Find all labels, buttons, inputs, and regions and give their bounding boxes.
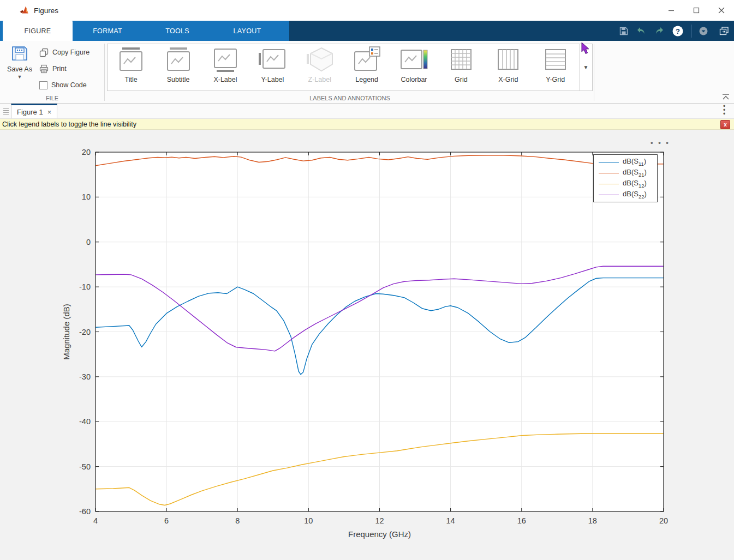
copy-figure-button[interactable]: Copy Figure (39, 44, 89, 61)
svg-text:Magnitude (dB): Magnitude (dB) (62, 304, 71, 360)
quick-access-toolbar: ? (619, 21, 730, 41)
figure-tab-label: Figure 1 (17, 108, 43, 116)
y-grid-icon (539, 46, 572, 75)
close-button[interactable] (709, 0, 734, 21)
gallery-item-subtitle[interactable]: Subtitle (154, 44, 201, 91)
window-title: Figures (34, 7, 58, 15)
svg-text:-60: -60 (79, 507, 91, 516)
help-icon[interactable]: ? (672, 25, 684, 37)
print-button[interactable]: Print (39, 61, 89, 77)
plot-legend[interactable]: dB(S11)dB(S21)dB(S12)dB(S22) (593, 154, 658, 202)
svg-text:-40: -40 (79, 417, 91, 426)
gallery-item-x-grid[interactable]: X-Grid (485, 44, 532, 91)
svg-text:10: 10 (82, 192, 91, 201)
save-as-label: Save As (5, 65, 34, 73)
legend-line-sample (599, 173, 619, 173)
banner-close-button[interactable]: x (720, 120, 730, 129)
svg-text:20: 20 (82, 148, 91, 156)
minimize-button[interactable] (659, 0, 684, 21)
save-as-icon (11, 45, 28, 62)
show-code-checkbox-box[interactable] (39, 81, 47, 89)
legend-entry-dbs22[interactable]: dB(S22) (594, 189, 657, 200)
maximize-button[interactable] (684, 0, 709, 21)
legend-line-sample (599, 184, 619, 184)
grid-icon (445, 46, 478, 75)
legend-line-sample (599, 162, 619, 162)
banner-message: Click legend labels to toggle the line v… (2, 121, 136, 128)
save-as-caret-icon: ▼ (5, 74, 34, 80)
print-icon (39, 64, 49, 74)
show-code-checkbox[interactable]: Show Code (39, 77, 89, 93)
dropdown-icon[interactable] (699, 26, 708, 36)
legend-line-sample (599, 195, 619, 195)
tab-figure[interactable]: FIGURE (3, 21, 73, 41)
title-icon (115, 46, 147, 75)
svg-text:-50: -50 (79, 462, 91, 471)
gallery-item-grid[interactable]: Grid (438, 44, 485, 91)
legend-entry-dbs12[interactable]: dB(S12) (594, 178, 657, 189)
svg-text:14: 14 (446, 516, 455, 525)
svg-text:Frequency (GHz): Frequency (GHz) (348, 529, 411, 539)
tab-bar-grip[interactable] (3, 106, 11, 116)
undo-icon[interactable] (636, 26, 647, 36)
y-label-icon (256, 46, 289, 75)
labels-annotations-gallery: Title Subtitle X-Label Y-Label Z-Label L… (107, 44, 580, 91)
labels-annotations-section-label: LABELS AND ANNOTATIONS (107, 95, 593, 101)
z-label-icon (303, 46, 336, 75)
svg-text:10: 10 (304, 516, 313, 525)
gallery-item-z-label: Z-Label (296, 44, 343, 91)
notification-banner: Click legend labels to toggle the line v… (0, 119, 734, 130)
gallery-item-x-label[interactable]: X-Label (202, 44, 249, 91)
svg-text:16: 16 (517, 516, 526, 525)
gallery-item-y-grid[interactable]: Y-Grid (532, 44, 579, 91)
tab-layout[interactable]: LAYOUT (212, 21, 282, 41)
quick-access-separator (691, 25, 691, 38)
legend-label: dB(S21) (623, 168, 647, 178)
gallery-item-colorbar[interactable]: Colorbar (390, 44, 437, 91)
save-as-button[interactable]: Save As ▼ (5, 45, 34, 80)
gallery-item-y-label[interactable]: Y-Label (249, 44, 296, 91)
legend-label: dB(S11) (623, 157, 646, 167)
title-bar: Figures (0, 0, 734, 21)
gallery-item-legend[interactable]: Legend (343, 44, 390, 91)
copy-window-icon[interactable] (719, 26, 730, 36)
svg-text:12: 12 (375, 516, 384, 525)
svg-text:6: 6 (164, 516, 169, 525)
figure-panel: 468101214161820-60-50-40-30-20-1001020Fr… (0, 130, 734, 560)
legend-icon (350, 46, 383, 75)
mouse-cursor (581, 43, 590, 55)
print-label: Print (52, 65, 67, 73)
legend-entry-dbs21[interactable]: dB(S21) (594, 167, 657, 178)
file-section-label: FILE (0, 95, 104, 101)
legend-label: dB(S12) (623, 179, 647, 189)
section-separator (594, 44, 594, 101)
x-label-icon (209, 46, 242, 75)
document-tab-bar: Figure 1 × ••• (0, 104, 734, 119)
axes-toolbar-ellipsis[interactable]: • • • (651, 139, 670, 147)
collapse-ribbon-icon[interactable] (721, 93, 730, 101)
colorbar-icon (398, 46, 431, 75)
ribbon: Save As ▼ Copy Figure Print Show Code FI… (0, 41, 734, 104)
figure-tab-close-icon[interactable]: × (47, 108, 52, 116)
window-controls (659, 0, 734, 21)
redo-icon[interactable] (654, 26, 665, 36)
ribbon-tab-strip: FIGURE FORMAT TOOLS LAYOUT ? (0, 21, 734, 41)
svg-text:18: 18 (588, 516, 597, 525)
x-grid-icon (492, 46, 524, 75)
tab-tools[interactable]: TOOLS (142, 21, 212, 41)
save-icon[interactable] (619, 26, 629, 36)
tab-format[interactable]: FORMAT (73, 21, 142, 41)
section-separator (104, 44, 105, 101)
tab-bar-menu-icon[interactable]: ••• (721, 105, 727, 116)
figure-tab[interactable]: Figure 1 × (11, 104, 57, 118)
svg-text:?: ? (676, 27, 680, 35)
legend-label: dB(S22) (623, 190, 647, 200)
svg-text:-30: -30 (79, 372, 91, 381)
svg-text:4: 4 (93, 516, 98, 525)
figures-window: Figures FIGURE FORMAT TOOLS LAYOUT ? (0, 0, 734, 560)
legend-entry-dbs11[interactable]: dB(S11) (594, 156, 657, 167)
gallery-item-title[interactable]: Title (108, 44, 154, 91)
svg-text:20: 20 (659, 516, 668, 525)
copy-icon (39, 48, 49, 57)
svg-text:-20: -20 (79, 328, 91, 336)
